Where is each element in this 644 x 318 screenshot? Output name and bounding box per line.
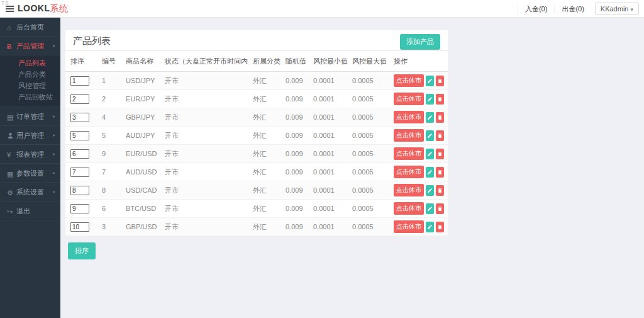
risk-min-cell: 0.0001 xyxy=(309,90,348,108)
delete-button[interactable] xyxy=(436,222,444,232)
sidebar-item-label: 退出 xyxy=(16,207,30,215)
sidebar-item-reports[interactable]: ¥报表管理 ▸ xyxy=(0,145,60,164)
sidebar-item-product-management[interactable]: Ƀ产品管理 ▸ xyxy=(0,37,60,55)
action-buttons: 点击休市 xyxy=(394,166,444,178)
sidebar-item-orders[interactable]: ▤订单管理 ▸ xyxy=(0,107,60,126)
chevron-right-icon: ▸ xyxy=(53,183,55,202)
actions-cell: 点击休市 xyxy=(390,72,448,90)
deposit-link[interactable]: 入金(0) xyxy=(518,4,554,14)
sidebar-item-system-settings[interactable]: ⚙系统设置 ▸ xyxy=(0,183,60,202)
actions-cell: 点击休市 xyxy=(390,200,448,218)
hamburger-menu-icon[interactable] xyxy=(6,6,14,13)
sort-order-input[interactable] xyxy=(70,76,89,86)
product-submenu: 产品列表 产品分类 风控管理 产品回收站 xyxy=(0,55,60,107)
close-market-button[interactable]: 点击休市 xyxy=(394,220,424,233)
sort-cell xyxy=(65,200,98,218)
sort-order-input[interactable] xyxy=(70,168,89,177)
delete-button[interactable] xyxy=(436,203,444,214)
main-content: 产品列表 添加产品 排序 编号 商品名称 状态（大盘正常开市时间内） 所属分类 … xyxy=(60,18,644,318)
edit-button[interactable] xyxy=(426,185,434,196)
random-value-cell: 0.009 xyxy=(282,218,309,236)
actions-cell: 点击休市 xyxy=(390,218,448,236)
sidebar-subitem-product-recycle[interactable]: 产品回收站 xyxy=(0,91,60,103)
category-cell: 外汇 xyxy=(249,90,282,108)
sidebar-item-label: 后台首页 xyxy=(16,23,44,31)
sidebar-item-logout[interactable]: ↪退出 xyxy=(0,202,60,220)
close-market-button[interactable]: 点击休市 xyxy=(394,111,424,123)
edit-button[interactable] xyxy=(426,94,434,105)
edit-button[interactable] xyxy=(426,76,434,86)
sort-order-input[interactable] xyxy=(70,94,89,104)
delete-button[interactable] xyxy=(436,185,444,196)
trash-icon xyxy=(437,151,443,157)
sidebar-subitem-product-list[interactable]: 产品列表 xyxy=(0,57,60,69)
withdraw-link[interactable]: 出金(0) xyxy=(554,4,591,14)
pencil-icon xyxy=(427,224,433,230)
pencil-icon xyxy=(427,78,433,84)
col-header-name: 商品名称 xyxy=(122,51,161,72)
sidebar-item-home[interactable]: ⌂后台首页 xyxy=(0,18,60,37)
chevron-right-icon: ▸ xyxy=(53,145,55,164)
sort-order-input[interactable] xyxy=(70,222,89,232)
close-market-button[interactable]: 点击休市 xyxy=(394,74,424,87)
close-market-button[interactable]: 点击休市 xyxy=(394,129,424,142)
close-market-button[interactable]: 点击休市 xyxy=(394,184,424,196)
status-cell: 开市 xyxy=(161,90,249,108)
sort-order-input[interactable] xyxy=(70,204,89,213)
sidebar-item-users[interactable]: 用户管理 ▸ xyxy=(0,126,60,145)
table-row: 1USD/JPY开市外汇0.0090.00010.0005点击休市 xyxy=(65,72,448,90)
sidebar-item-label: 报表管理 xyxy=(16,150,44,158)
edit-button[interactable] xyxy=(426,112,434,123)
topbar-right: 入金(0) 出金(0) KKadmin▾ xyxy=(518,0,639,18)
risk-max-cell: 0.0005 xyxy=(348,90,390,108)
action-buttons: 点击休市 xyxy=(394,111,444,123)
sort-order-input[interactable] xyxy=(70,113,89,122)
edit-button[interactable] xyxy=(426,149,434,159)
random-value-cell: 0.009 xyxy=(282,108,309,127)
edit-button[interactable] xyxy=(426,222,434,232)
close-market-button[interactable]: 点击休市 xyxy=(394,202,424,215)
chevron-right-icon: ▸ xyxy=(53,107,55,126)
sort-submit-button[interactable]: 排序 xyxy=(68,242,96,259)
table-row: 6BTC/USD开市外汇0.0090.00010.0005点击休市 xyxy=(65,200,448,218)
status-cell: 开市 xyxy=(161,145,249,163)
delete-button[interactable] xyxy=(436,94,444,105)
delete-button[interactable] xyxy=(436,112,444,123)
edit-button[interactable] xyxy=(426,130,434,141)
close-market-button[interactable]: 点击休市 xyxy=(394,147,424,160)
close-market-button[interactable]: 点击休市 xyxy=(394,93,424,105)
delete-button[interactable] xyxy=(436,76,444,86)
sort-cell xyxy=(65,145,98,163)
user-dropdown[interactable]: KKadmin▾ xyxy=(595,3,639,15)
sort-order-input[interactable] xyxy=(70,186,89,195)
sort-order-input[interactable] xyxy=(70,149,89,159)
sort-cell xyxy=(65,218,98,236)
app-logo[interactable]: LOOKL系统 xyxy=(18,3,69,14)
table-row: 9EUR/USD开市外汇0.0090.00010.0005点击休市 xyxy=(65,145,448,163)
pencil-icon xyxy=(427,133,433,139)
sidebar-subitem-product-category[interactable]: 产品分类 xyxy=(0,69,60,80)
delete-button[interactable] xyxy=(436,130,444,141)
edit-button[interactable] xyxy=(426,167,434,178)
delete-button[interactable] xyxy=(436,167,444,178)
category-cell: 外汇 xyxy=(249,127,282,145)
add-product-button[interactable]: 添加产品 xyxy=(400,34,440,50)
sort-cell xyxy=(65,181,98,200)
category-cell: 外汇 xyxy=(249,145,282,163)
category-cell: 外汇 xyxy=(249,200,282,218)
sidebar-subitem-risk-management[interactable]: 风控管理 xyxy=(0,80,60,91)
sort-order-input[interactable] xyxy=(70,131,89,140)
category-cell: 外汇 xyxy=(249,108,282,127)
actions-cell: 点击休市 xyxy=(390,145,448,163)
product-table-body: 1USD/JPY开市外汇0.0090.00010.0005点击休市2EUR/JP… xyxy=(65,72,448,236)
sidebar-item-parameters[interactable]: ▦参数设置 ▸ xyxy=(0,164,60,183)
risk-min-cell: 0.0001 xyxy=(309,72,348,90)
product-no-cell: 3 xyxy=(98,218,122,236)
risk-min-cell: 0.0001 xyxy=(309,127,348,145)
category-cell: 外汇 xyxy=(249,218,282,236)
sort-cell xyxy=(65,127,98,145)
edit-button[interactable] xyxy=(426,203,434,214)
delete-button[interactable] xyxy=(436,149,444,159)
random-value-cell: 0.009 xyxy=(282,127,309,145)
close-market-button[interactable]: 点击休市 xyxy=(394,166,424,178)
